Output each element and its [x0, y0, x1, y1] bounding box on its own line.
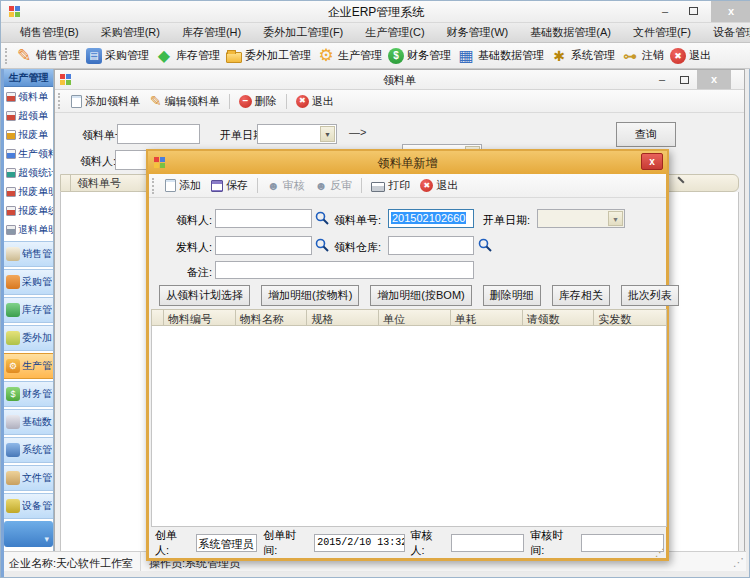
dialog-save-button[interactable]: 保存	[207, 178, 252, 193]
menu-outsourcing[interactable]: 委外加工管理(F)	[252, 23, 354, 42]
query-button[interactable]: 查询	[616, 122, 676, 147]
toolbar-sales[interactable]: ✎销售管理	[12, 47, 83, 65]
sidebar-item-scrap-detail[interactable]: 报废单明	[4, 182, 53, 201]
resize-grip-icon[interactable]: ⋰	[655, 547, 665, 558]
doc-icon	[6, 92, 16, 102]
edit-request-button[interactable]: ✎编辑领料单	[146, 94, 224, 109]
dialog-title: 领料单新增	[148, 155, 667, 172]
search-icon[interactable]	[314, 210, 330, 226]
dialog-print-button[interactable]: 打印	[367, 178, 414, 193]
sidebar-group-outsourcing[interactable]: 委外加	[4, 325, 53, 351]
chevron-down-icon[interactable]: ▼	[320, 126, 335, 142]
toolbar-inventory[interactable]: ◆库存管理	[152, 47, 223, 65]
toolbar-finance[interactable]: $财务管理	[385, 48, 454, 64]
batch-list-button[interactable]: 批次列表	[621, 285, 679, 306]
col-material-no[interactable]: 物料编号	[164, 310, 236, 325]
detail-grid-body[interactable]	[151, 326, 667, 527]
auditor-value[interactable]	[451, 534, 524, 552]
toolbar-exit[interactable]: ✖退出	[667, 48, 714, 64]
add-detail-by-material-button[interactable]: 增加明细(按物料)	[261, 285, 359, 306]
sidebar-group-inventory[interactable]: 库存管	[4, 297, 53, 323]
menu-purchase[interactable]: 采购管理(R)	[90, 23, 171, 42]
add-detail-by-bom-button[interactable]: 增加明细(按BOM)	[370, 285, 471, 306]
remark-input[interactable]	[215, 261, 474, 279]
select-from-plan-button[interactable]: 从领料计划选择	[159, 285, 250, 306]
child-minimize-button[interactable]: –	[652, 70, 672, 89]
person-icon: ☻	[267, 180, 280, 192]
search-icon[interactable]	[477, 237, 493, 253]
exit-button[interactable]: ✖退出	[292, 94, 338, 109]
menu-sales[interactable]: 销售管理(B)	[9, 23, 90, 42]
toolbar-outsourcing[interactable]: 委外加工管理	[223, 48, 314, 63]
audit-time-value[interactable]	[581, 534, 664, 552]
col-material-name[interactable]: 物料名称	[236, 310, 308, 325]
main-toolbar: ✎销售管理 ▤采购管理 ◆库存管理 委外加工管理 ⚙生产管理 $财务管理 ▦基础…	[1, 43, 750, 69]
creator-value[interactable]: 系统管理员	[196, 534, 258, 552]
menu-finance[interactable]: 财务管理(W)	[436, 23, 520, 42]
inventory-related-button[interactable]: 库存相关	[552, 285, 610, 306]
child-maximize-button[interactable]	[674, 70, 694, 89]
sidebar-item-production-request[interactable]: 生产领料	[4, 144, 53, 163]
sidebar-group-equipment[interactable]: 设备管	[4, 493, 53, 519]
sidebar-group-production[interactable]: ⚙生产管	[4, 353, 53, 379]
sidebar-options-button[interactable]: ▾	[4, 521, 53, 547]
dialog-add-button[interactable]: 添加	[161, 178, 205, 193]
dialog-exit-button[interactable]: ✖退出	[416, 178, 462, 193]
maximize-button[interactable]	[681, 1, 705, 22]
pencil-icon: ✎	[150, 94, 162, 108]
status-company: 企业名称:天心软件工作室	[4, 552, 141, 571]
sidebar-group-files[interactable]: 文件管	[4, 465, 53, 491]
dialog-titlebar[interactable]: 领料单新增 x	[148, 151, 667, 174]
toolbar-production[interactable]: ⚙生产管理	[314, 47, 385, 65]
chevron-down-icon[interactable]: ▼	[608, 211, 623, 226]
date-combo[interactable]: ▼	[537, 209, 625, 228]
sidebar-group-sales[interactable]: 销售管	[4, 241, 53, 267]
order-no-input[interactable]: 201502102660	[388, 209, 474, 228]
sidebar-item-over-request[interactable]: 超领单	[4, 106, 53, 125]
add-request-button[interactable]: 添加领料单	[67, 94, 144, 109]
menu-basic-data[interactable]: 基础数据管理(A)	[519, 23, 622, 42]
sidebar-group-purchase[interactable]: 采购管	[4, 269, 53, 295]
sidebar-item-material-request[interactable]: 领料单	[4, 87, 53, 106]
dialog-close-button[interactable]: x	[641, 153, 663, 170]
app-window: 企业ERP管理系统 – x 销售管理(B) 采购管理(R) 库存管理(H) 委外…	[0, 0, 750, 578]
col-unit-usage[interactable]: 单耗	[451, 310, 523, 325]
col-unit[interactable]: 单位	[379, 310, 451, 325]
doc-icon	[6, 206, 16, 216]
col-requested-qty[interactable]: 请领数	[523, 310, 595, 325]
menu-equipment[interactable]: 设备管理(M)	[702, 23, 750, 42]
sidebar-group-system[interactable]: 系统管	[4, 437, 53, 463]
menu-inventory[interactable]: 库存管理(H)	[171, 23, 252, 42]
created-time-value[interactable]: 2015/2/10 13:32:55	[314, 534, 404, 552]
detail-grid-header[interactable]: 物料编号 物料名称 规格 单位 单耗 请领数 实发数	[151, 309, 667, 326]
date-from-combo[interactable]: ▼	[257, 124, 337, 144]
sidebar-item-scrap-stats[interactable]: 报废单统	[4, 201, 53, 220]
menu-production[interactable]: 生产管理(C)	[354, 23, 435, 42]
resize-grip-icon[interactable]: ⋰	[733, 556, 744, 569]
toolbar-basic-data[interactable]: ▦基础数据管理	[454, 47, 547, 65]
child-close-button[interactable]: x	[697, 70, 731, 89]
search-icon[interactable]	[314, 237, 330, 253]
issuer-input[interactable]	[215, 236, 312, 255]
delete-detail-button[interactable]: 删除明细	[483, 285, 541, 306]
gear-icon: ⚙	[6, 359, 20, 373]
sidebar-item-over-stats[interactable]: 超领统计	[4, 163, 53, 182]
col-issued-qty[interactable]: 实发数	[594, 310, 666, 325]
picker-label: 领料人:	[167, 213, 212, 228]
sidebar-item-return-detail[interactable]: 退料单明	[4, 220, 53, 239]
col-spec[interactable]: 规格	[307, 310, 379, 325]
delete-button[interactable]: –删除	[235, 94, 281, 109]
toolbar-logout[interactable]: ⊶注销	[618, 47, 667, 65]
close-button[interactable]: x	[711, 1, 750, 22]
picker-input[interactable]	[215, 209, 312, 228]
menu-files[interactable]: 文件管理(F)	[622, 23, 702, 42]
sidebar-group-basic-data[interactable]: 基础数	[4, 409, 53, 435]
minimize-button[interactable]: –	[653, 1, 677, 22]
toolbar-purchase[interactable]: ▤采购管理	[83, 48, 152, 64]
sidebar-item-scrap[interactable]: 报废单	[4, 125, 53, 144]
toolbar-system[interactable]: ✱系统管理	[547, 47, 618, 65]
warehouse-input[interactable]	[388, 236, 474, 255]
pencil-icon: ✎	[15, 47, 33, 65]
order-no-input[interactable]	[117, 124, 200, 144]
sidebar-group-finance[interactable]: $财务管	[4, 381, 53, 407]
